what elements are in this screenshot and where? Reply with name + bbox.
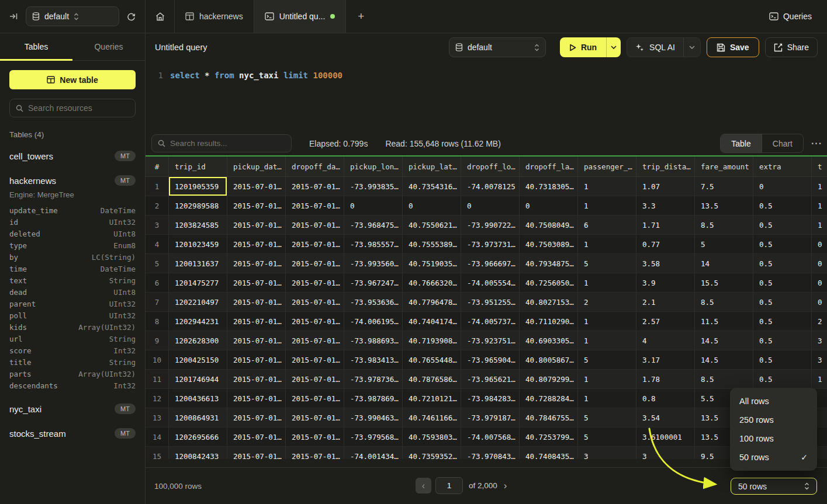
table-cell[interactable]: 3.6100001 <box>636 427 695 447</box>
table-cell[interactable]: 40.8005867… <box>520 350 578 370</box>
table-cell[interactable]: 1200842433 <box>169 447 227 459</box>
table-cell[interactable]: 2015-07-01… <box>227 273 286 293</box>
search-results-input[interactable] <box>170 139 285 148</box>
table-cell[interactable]: 3.17 <box>636 350 695 370</box>
sidebar-item-cell-towers[interactable]: cell_towers MT <box>9 148 136 164</box>
table-cell[interactable]: 40.7593803… <box>403 427 461 447</box>
sidebar-tab-queries[interactable]: Queries <box>72 33 145 60</box>
column-header[interactable]: t <box>812 157 827 177</box>
queries-button[interactable]: Queries <box>769 0 827 33</box>
table-cell[interactable]: 40.7876586… <box>403 370 461 389</box>
table-cell[interactable]: -74.005737… <box>461 312 520 331</box>
table-cell[interactable]: 1202944231 <box>169 312 227 331</box>
column-header[interactable]: pickup_lat… <box>403 157 461 177</box>
table-cell[interactable]: 1 <box>812 196 827 215</box>
table-cell[interactable]: 2.57 <box>636 312 695 331</box>
column-header[interactable]: trip_dista… <box>636 157 695 177</box>
table-cell[interactable]: 13.5 <box>695 196 753 215</box>
table-cell[interactable]: 2015-07-01… <box>286 177 344 196</box>
table-cell[interactable]: 2015-07-01… <box>286 215 344 235</box>
tab-chart-view[interactable]: Chart <box>762 134 803 152</box>
table-cell[interactable]: 2015-07-01… <box>286 312 344 331</box>
run-options-button[interactable] <box>607 37 621 57</box>
table-cell[interactable]: 0.77 <box>636 235 695 254</box>
column-header[interactable]: dropoff_da… <box>286 157 344 177</box>
table-cell[interactable]: 2015-07-01… <box>227 331 286 350</box>
table-cell[interactable]: 2015-07-01… <box>227 254 286 273</box>
table-cell[interactable]: 3 <box>578 447 636 459</box>
table-cell[interactable]: -73.967247… <box>344 273 403 293</box>
table-cell[interactable]: 40.8079299… <box>520 370 578 389</box>
page-number-input[interactable] <box>435 477 463 494</box>
table-cell[interactable]: 2015-07-01… <box>227 370 286 389</box>
table-cell[interactable]: -73.993560… <box>344 254 403 273</box>
tab-hackernews[interactable]: hackernews <box>175 0 254 33</box>
table-cell[interactable]: 1200425150 <box>169 350 227 370</box>
table-cell[interactable]: 1200864931 <box>169 408 227 427</box>
column-header[interactable]: passenger_… <box>578 157 636 177</box>
column-header[interactable]: # <box>146 157 169 177</box>
table-cell[interactable]: 0.5 <box>753 254 812 273</box>
table-cell[interactable]: 0.5 <box>753 235 812 254</box>
table-cell[interactable]: -73.923751… <box>461 331 520 350</box>
table-cell[interactable]: -73.965621… <box>461 370 520 389</box>
table-cell[interactable]: 0.5 <box>753 215 812 235</box>
table-cell[interactable]: 3 <box>812 350 827 370</box>
new-table-button[interactable]: New table <box>9 70 136 89</box>
table-cell[interactable]: 6 <box>578 215 636 235</box>
table-cell[interactable]: 3 <box>812 331 827 350</box>
table-cell[interactable]: 1 <box>578 312 636 331</box>
table-cell[interactable]: 0.5 <box>753 331 812 350</box>
table-cell[interactable]: 14.5 <box>695 350 753 370</box>
table-cell[interactable]: 1 <box>812 370 827 389</box>
table-cell[interactable]: 40.7846755… <box>520 408 578 427</box>
table-cell[interactable]: 1 <box>812 215 827 235</box>
table-cell[interactable]: 40.8027153… <box>520 293 578 312</box>
sql-editor[interactable]: 1 select * from nyc_taxi limit 100000 <box>146 61 827 131</box>
table-cell[interactable]: 40.7655448… <box>403 350 461 370</box>
table-cell[interactable]: 40.7934875… <box>520 254 578 273</box>
table-cell[interactable]: 0.8 <box>636 389 695 408</box>
table-cell[interactable]: 3 <box>636 447 695 459</box>
more-options-button[interactable]: ··· <box>811 138 822 149</box>
table-cell[interactable]: 1 <box>578 235 636 254</box>
table-cell[interactable]: 2015-07-01… <box>227 427 286 447</box>
table-cell[interactable]: 3.54 <box>636 408 695 427</box>
column-header[interactable]: dropoff_lo… <box>461 157 520 177</box>
table-cell[interactable]: 11.5 <box>695 312 753 331</box>
table-cell[interactable]: 14 <box>695 254 753 273</box>
table-cell[interactable]: 1 <box>578 273 636 293</box>
table-cell[interactable]: 1202210497 <box>169 293 227 312</box>
table-cell[interactable]: 2015-07-01… <box>286 427 344 447</box>
table-cell[interactable]: -73.973731… <box>461 235 520 254</box>
table-cell[interactable]: 14.5 <box>695 331 753 350</box>
table-cell[interactable]: 8.5 <box>695 215 753 235</box>
table-cell[interactable]: 2015-07-01… <box>227 447 286 459</box>
table-cell[interactable]: -73.990463… <box>344 408 403 427</box>
table-cell[interactable]: 0 <box>812 293 827 312</box>
table-cell[interactable]: 40.7193908… <box>403 331 461 350</box>
table-cell[interactable]: -73.966697… <box>461 254 520 273</box>
table-cell[interactable]: 40.7110290… <box>520 312 578 331</box>
table-cell[interactable]: 8.5 <box>695 293 753 312</box>
table-cell[interactable]: 2015-07-01… <box>286 389 344 408</box>
table-cell[interactable]: 40.7408435… <box>520 447 578 459</box>
table-cell[interactable]: 40.7256050… <box>520 273 578 293</box>
table-cell[interactable]: 3.9 <box>636 273 695 293</box>
table-cell[interactable]: 2015-07-01… <box>286 273 344 293</box>
menu-item-all-rows[interactable]: All rows <box>730 392 817 411</box>
table-cell[interactable]: 2 <box>812 312 827 331</box>
query-database-selector[interactable]: default <box>449 37 546 57</box>
table-cell[interactable]: 1202695666 <box>169 427 227 447</box>
table-cell[interactable]: 1.07 <box>636 177 695 196</box>
table-cell[interactable]: -73.985557… <box>344 235 403 254</box>
new-tab-button[interactable]: + <box>353 9 369 24</box>
table-cell[interactable]: 1 <box>578 331 636 350</box>
table-cell[interactable]: -74.007568… <box>461 427 520 447</box>
table-cell[interactable]: 2015-07-01… <box>286 196 344 215</box>
refresh-button[interactable] <box>124 10 138 23</box>
table-cell[interactable]: 3.3 <box>636 196 695 215</box>
sql-ai-options-button[interactable] <box>684 38 700 57</box>
table-cell[interactable]: 2015-07-01… <box>227 215 286 235</box>
table-cell[interactable]: 0 <box>812 254 827 273</box>
